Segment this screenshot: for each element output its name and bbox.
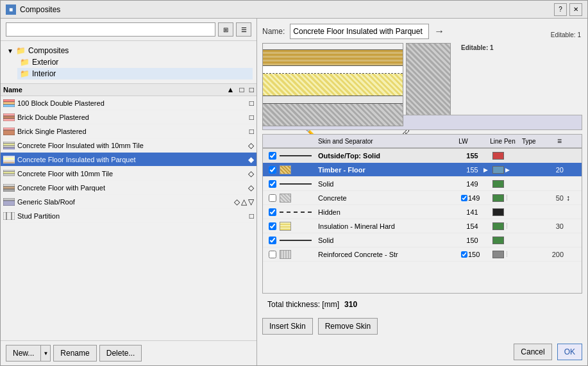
svg-rect-9	[3, 144, 15, 146]
row-line-preview	[280, 183, 318, 185]
row-name: Reinforced Concrete - Str	[318, 251, 461, 258]
tree-item-interior[interactable]: 📁 Interior	[17, 68, 253, 79]
cancel-button[interactable]: Cancel	[514, 344, 551, 360]
row-name: Hidden	[318, 208, 461, 216]
tag-icon: △	[241, 197, 247, 206]
composite-tags: □	[249, 212, 254, 220]
row-type: 20	[531, 166, 566, 174]
row-line-pen: ┊	[492, 222, 531, 230]
composite-name: Brick Double Plastered	[17, 113, 249, 121]
composite-name: Generic Slab/Roof	[17, 198, 234, 206]
row-lw: 141	[461, 208, 483, 216]
row-checkbox[interactable]	[265, 208, 280, 216]
row-checkbox[interactable]	[265, 222, 280, 230]
row-name: Solid	[318, 237, 461, 244]
composites-list: Name ▲ □ □ 100 Block Double Plastered □	[1, 84, 256, 340]
svg-rect-3	[3, 113, 15, 116]
remove-skin-button[interactable]: Remove Skin	[318, 318, 378, 335]
table-row[interactable]: Reinforced Concrete - Str 150 ┊ 200	[263, 247, 582, 262]
table-row[interactable]: Solid 150	[263, 233, 582, 247]
list-item[interactable]: Concrete Floor with Parquet ◇	[1, 181, 256, 195]
help-button[interactable]: ?	[554, 3, 567, 16]
delete-button[interactable]: Delete...	[99, 345, 142, 362]
tag-icon: ◇	[248, 141, 254, 150]
search-bar: ⊞ ☰	[1, 19, 256, 41]
table-row[interactable]: Timber - Floor 155 ▶ ▶ 20	[263, 163, 582, 177]
tag-icon: □	[249, 113, 254, 122]
sort-col-header: ≡	[557, 137, 570, 146]
row-line-preview	[280, 212, 318, 213]
list-item[interactable]: Generic Slab/Roof ◇ △ ▽	[1, 195, 256, 209]
row-name: Concrete	[318, 194, 461, 202]
row-checkbox[interactable]	[265, 251, 280, 258]
row-checkbox[interactable]	[265, 166, 280, 174]
row-texture-preview	[280, 250, 318, 259]
table-row[interactable]: Concrete 149 ┊ 50 ↕	[263, 191, 582, 205]
row-checkbox[interactable]	[265, 237, 280, 244]
row-checkbox[interactable]	[265, 152, 280, 160]
table-row[interactable]: Solid 149	[263, 177, 582, 191]
list-item[interactable]: Brick Single Plastered □	[1, 124, 256, 138]
svg-rect-10	[3, 146, 15, 147]
row-lw: 149	[461, 194, 483, 202]
insert-skin-button[interactable]: Insert Skin	[262, 318, 313, 335]
list-item[interactable]: Concrete Floor with 10mm Tile ◇	[1, 167, 256, 181]
svg-rect-11	[3, 147, 15, 149]
composite-tags: ◇	[248, 169, 254, 178]
list-view-button[interactable]: ☰	[236, 22, 251, 37]
composite-tags: □	[249, 113, 254, 122]
tree-item-exterior[interactable]: 📁 Exterior	[17, 56, 253, 68]
new-dropdown-button[interactable]: ▼	[40, 345, 51, 362]
table-row[interactable]: Insulation - Mineral Hard 154 ┊ 30	[263, 219, 582, 233]
composite-icon	[3, 169, 15, 178]
row-texture-preview	[280, 222, 318, 231]
svg-rect-19	[3, 184, 15, 187]
composite-icon	[3, 113, 15, 122]
svg-rect-1	[3, 102, 15, 104]
tree-root[interactable]: ▼ 📁 Composites	[4, 45, 253, 56]
row-checkbox[interactable]	[265, 180, 280, 188]
row-line-preview	[280, 155, 318, 156]
close-button[interactable]: ✕	[569, 3, 582, 16]
composite-name: Concrete Floor with Parquet	[17, 184, 248, 192]
composites-folder-icon: 📁	[16, 46, 26, 55]
svg-rect-20	[3, 187, 15, 189]
tree-root-label: Composites	[28, 46, 69, 55]
composite-tags: ◇	[248, 183, 254, 192]
row-line-pen	[492, 208, 531, 216]
svg-rect-6	[3, 128, 15, 130]
view-toggle-button[interactable]: ⊞	[218, 22, 233, 37]
svg-rect-12	[3, 156, 15, 158]
editable-top-right: Editable: 1	[461, 44, 582, 51]
list-item[interactable]: Brick Double Plastered □	[1, 110, 256, 124]
composite-name: Concrete Floor Insulated with 10mm Tile	[17, 142, 248, 149]
row-lw: 150	[461, 237, 483, 244]
svg-rect-2	[3, 104, 15, 107]
rename-button[interactable]: Rename	[53, 345, 96, 362]
row-line-pen	[492, 180, 531, 188]
right-panel: Name: → Editable: 1	[257, 19, 587, 365]
bottom-buttons: New... ▼ Rename Delete...	[1, 340, 256, 365]
ok-button[interactable]: OK	[557, 344, 582, 360]
composite-icon	[3, 197, 15, 206]
list-item[interactable]: Concrete Floor Insulated with 10mm Tile …	[1, 138, 256, 153]
list-item[interactable]: Stud Partition □	[1, 209, 256, 223]
name-input[interactable]	[290, 24, 429, 39]
list-item[interactable]: 100 Block Double Plastered □	[1, 96, 256, 110]
composite-icon	[3, 141, 15, 150]
pen-color-box	[492, 251, 504, 258]
svg-rect-21	[3, 189, 15, 192]
new-button[interactable]: New...	[6, 345, 40, 362]
search-input[interactable]	[6, 22, 215, 37]
tag-icon: ◇	[248, 169, 254, 178]
table-row[interactable]: Hidden 141	[263, 205, 582, 219]
composite-name: Concrete Floor with 10mm Tile	[17, 170, 248, 178]
row-sort: ↕	[566, 194, 579, 203]
tag-icon: ◆	[248, 155, 254, 164]
row-expand[interactable]: ▶	[483, 167, 492, 173]
composite-tags: □	[249, 127, 254, 136]
row-lw: 155	[461, 166, 483, 174]
table-row[interactable]: Outside/Top: Solid 155	[263, 149, 582, 163]
list-item-selected[interactable]: Concrete Floor Insulated with Parquet ◆	[1, 153, 256, 167]
row-checkbox[interactable]	[265, 194, 280, 202]
